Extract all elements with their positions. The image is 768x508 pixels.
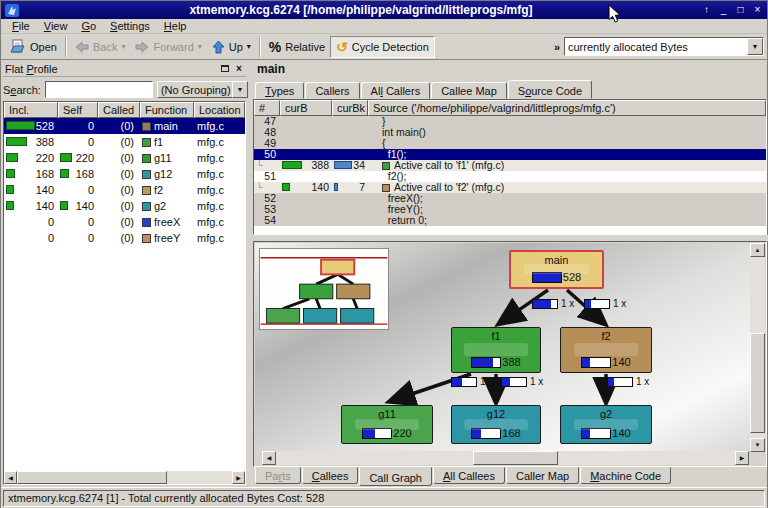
call-count-text: 1 x [613,298,626,309]
cell-curb [280,193,332,204]
tree-branch-icon: └ [254,160,262,171]
dock-float-button[interactable] [218,62,232,75]
table-row[interactable]: 5280(0)mainmfg.c [4,118,245,134]
call-graph-vscrollbar[interactable]: ▲ ▼ [750,243,765,452]
scroll-thumb[interactable] [750,333,765,433]
call-cost-bar-fill [608,378,614,386]
tab-all-callees[interactable]: All Callees [433,467,505,484]
column-header[interactable]: Source ('/home/philippe/valgrind/littlep… [368,100,766,116]
maximize-button[interactable]: □ [733,3,748,17]
source-code-row[interactable]: 52 freeX(); [254,193,766,204]
column-header[interactable]: curB [280,100,332,116]
back-dropdown-icon[interactable]: ▾ [121,43,125,51]
table-row[interactable]: 168168(0)g12mfg.c [4,166,245,182]
column-header[interactable]: curBk [332,100,368,116]
table-row[interactable]: 00(0)freeYmfg.c [4,230,245,246]
menu-settings[interactable]: Settings [103,19,157,34]
cell-curb: 388 [280,160,332,171]
combo-dropdown-icon[interactable]: ▼ [747,38,763,55]
tab-call-graph[interactable]: Call Graph [359,467,432,486]
menu-help[interactable]: Help [157,19,194,34]
source-code-row[interactable]: 49{ [254,138,766,149]
function-color-swatch [142,122,151,131]
grouping-combobox[interactable]: (No Grouping) ▼ [157,81,249,98]
source-code-row[interactable]: 47} [254,116,766,127]
column-header[interactable]: Self [58,102,98,118]
menu-file[interactable]: File [5,19,37,34]
cell-incl: 140 [4,182,58,198]
menubar: FileViewGoSettingsHelp [1,19,767,34]
forward-button[interactable]: Forward ▾ [130,36,206,58]
scroll-right-icon[interactable]: ▶ [735,451,749,465]
call-graph-hscrollbar[interactable]: ◀ ▶ [262,451,749,465]
grouping-dropdown-icon[interactable]: ▼ [232,81,248,98]
graph-node-g2[interactable]: g2140 [560,405,652,444]
graph-node-main[interactable]: main528 [509,250,604,289]
source-code-row[interactable]: 48int main() [254,127,766,138]
call-graph-canvas[interactable]: main528f1388f2140g11220g12168g2140 1 x1 … [255,243,750,452]
table-row[interactable]: 140140(0)g2mfg.c [4,198,245,214]
tab-callers[interactable]: Callers [305,82,359,99]
scroll-thumb[interactable] [17,471,167,484]
graph-node-g12[interactable]: g12168 [451,405,541,444]
relative-button[interactable]: % Relative [264,36,330,58]
open-button[interactable]: Open [5,36,62,58]
menu-view[interactable]: View [37,19,75,34]
tab-caller-map[interactable]: Caller Map [506,467,579,484]
menu-go[interactable]: Go [74,19,103,34]
shade-button[interactable]: ↑ [699,3,714,17]
cost-bar-fill [582,358,590,367]
cost-bar [471,428,501,439]
scroll-right-icon[interactable]: ▶ [232,471,245,484]
scroll-up-icon[interactable]: ▲ [750,243,765,257]
column-header[interactable]: Called [98,102,140,118]
source-call-row[interactable]: └38834Active call to 'f1' (mfg.c) [254,160,766,171]
cost-bar-icon [6,185,14,194]
tab-all-callers[interactable]: All Callers [361,82,431,99]
source-code-row[interactable]: 51 f2(); [254,171,766,182]
scroll-thumb[interactable] [473,451,558,465]
scroll-down-icon[interactable]: ▼ [750,438,765,452]
cost-value: 388 [502,356,520,368]
source-code-row[interactable]: 50 f1(); [254,149,766,160]
up-button[interactable]: Up ▾ [207,36,256,58]
tab-machine-code[interactable]: Machine Code [580,467,671,484]
cycle-detection-button[interactable]: ↺ Cycle Detection [330,36,435,58]
tab-callee-map[interactable]: Callee Map [431,82,507,99]
graph-node-f2[interactable]: f2140 [560,327,652,373]
source-code-row[interactable]: 54 return 0; [254,215,766,226]
column-header[interactable]: Location [194,102,245,118]
scroll-left-icon[interactable]: ◀ [262,451,276,465]
up-dropdown-icon[interactable]: ▾ [247,43,251,51]
table-row[interactable]: 1400(0)f2mfg.c [4,182,245,198]
event-type-combobox[interactable]: currently allocated Bytes ▼ [564,37,764,56]
search-input[interactable] [45,81,153,98]
toolbar-overflow-chevron[interactable]: » [550,41,564,53]
cell-line-no: └ [254,160,280,171]
source-call-row[interactable]: └1407Active call to 'f2' (mfg.c) [254,182,766,193]
curb-value: 388 [311,160,329,171]
graph-node-f1[interactable]: f1388 [451,327,541,373]
cost-bar-icon [60,169,69,178]
tab-types[interactable]: Types [255,82,304,99]
forward-dropdown-icon[interactable]: ▾ [198,43,202,51]
table-row[interactable]: 00(0)freeXmfg.c [4,214,245,230]
source-code-row[interactable]: 53 freeY(); [254,204,766,215]
tab-callees[interactable]: Callees [302,467,359,484]
dock-close-button[interactable]: × [232,62,246,75]
table-row[interactable]: 3880(0)f1mfg.c [4,134,245,150]
block-bar-icon [334,183,338,191]
graph-node-g11[interactable]: g11220 [341,405,433,444]
call-graph-minimap[interactable] [259,248,389,330]
tab-source-code[interactable]: Source Code [508,80,592,99]
column-header[interactable]: # [254,100,280,116]
minimize-button[interactable]: _ [716,3,731,17]
column-header[interactable]: Function [140,102,194,118]
flat-profile-hscrollbar[interactable]: ◀ ▶ [4,471,245,484]
back-button[interactable]: Back ▾ [70,36,130,58]
column-header[interactable]: Incl. [4,102,58,118]
dock-title: Flat Profile [3,63,218,75]
table-row[interactable]: 220220(0)g11mfg.c [4,150,245,166]
close-button[interactable]: × [750,3,765,17]
scroll-left-icon[interactable]: ◀ [4,471,17,484]
